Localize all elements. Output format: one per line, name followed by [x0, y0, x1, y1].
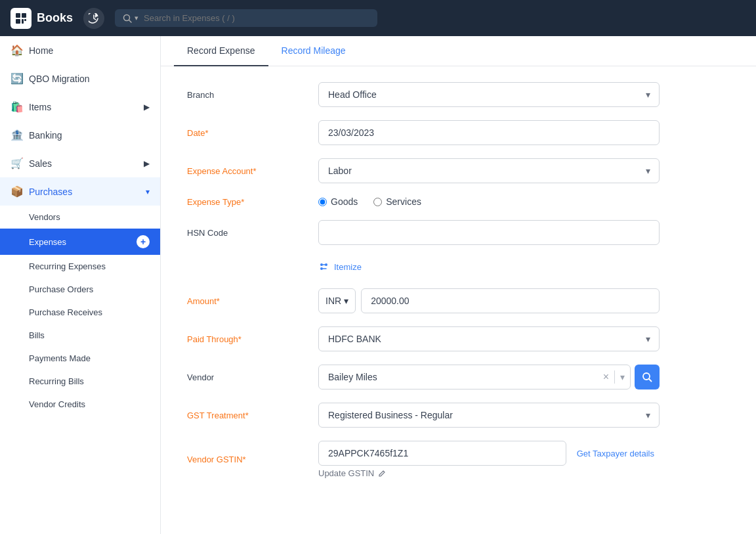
items-icon: 🛍️	[10, 100, 22, 113]
sales-icon: 🛒	[10, 157, 22, 169]
gst-treatment-label: GST Treatment*	[187, 411, 305, 420]
sidebar-sub-item-vendor-credits[interactable]: Vendor Credits	[0, 393, 160, 416]
items-chevron: ▶	[144, 102, 150, 112]
expense-account-row: Expense Account* Labor	[187, 158, 725, 183]
gst-treatment-select[interactable]: Registered Business - Regular	[318, 403, 660, 428]
services-radio-label[interactable]: Services	[373, 196, 421, 207]
svg-rect-3	[22, 19, 24, 24]
date-field[interactable]	[318, 120, 660, 145]
paid-through-select[interactable]: HDFC BANK	[318, 326, 660, 351]
branch-select[interactable]: Head Office	[318, 82, 660, 107]
paid-through-label: Paid Through*	[187, 334, 305, 344]
sidebar-sub-item-recurring-expenses[interactable]: Recurring Expenses	[0, 255, 160, 278]
vendor-label: Vendor	[187, 372, 305, 382]
banking-icon: 🏦	[10, 129, 22, 141]
layout: 🏠 Home 🔄 QBO Migration 🛍️ Items ▶ 🏦 Bank…	[0, 36, 756, 534]
vendor-clear-button[interactable]: ×	[598, 371, 614, 383]
vendor-gstin-field: Get Taxpayer details Update GSTIN	[318, 441, 660, 478]
amount-input[interactable]	[361, 288, 660, 313]
amount-row: Amount* INR ▾	[187, 288, 725, 313]
vendor-search-button[interactable]	[635, 365, 660, 389]
sidebar-item-home[interactable]: 🏠 Home	[0, 36, 160, 64]
branch-row: Branch Head Office	[187, 82, 725, 107]
tab-record-expense[interactable]: Record Expense	[174, 36, 268, 66]
purchases-chevron: ▾	[146, 187, 150, 196]
itemize-row: Itemize	[187, 258, 725, 275]
expense-account-label: Expense Account*	[187, 166, 305, 176]
vendor-field: × ▾	[318, 365, 660, 389]
svg-rect-4	[24, 19, 26, 21]
sidebar-sub-item-recurring-bills[interactable]: Recurring Bills	[0, 370, 160, 393]
sidebar-item-purchases[interactable]: 📦 Purchases ▾	[0, 177, 160, 206]
get-taxpayer-button[interactable]: Get Taxpayer details	[572, 441, 660, 466]
navbar: Books ▾	[0, 0, 756, 36]
vendor-search-icon	[642, 372, 652, 382]
vendor-gstin-row: Vendor GSTIN* Get Taxpayer details Updat…	[187, 441, 725, 478]
sidebar-item-banking[interactable]: 🏦 Banking	[0, 121, 160, 149]
svg-rect-1	[22, 13, 26, 18]
expense-type-row: Expense Type* Goods Services	[187, 196, 725, 207]
date-label: Date*	[187, 128, 305, 138]
purchases-icon: 📦	[10, 185, 22, 198]
search-icon: ▾	[123, 14, 138, 23]
itemize-icon	[318, 261, 330, 273]
gst-treatment-row: GST Treatment* Registered Business - Reg…	[187, 403, 725, 428]
logo-icon	[10, 8, 32, 29]
expense-form: Branch Head Office Date* Expense Account…	[161, 66, 751, 507]
sidebar-item-sales[interactable]: 🛒 Sales ▶	[0, 149, 160, 177]
itemize-field[interactable]: Itemize	[318, 258, 660, 275]
svg-rect-2	[16, 19, 20, 24]
expense-type-field: Goods Services	[318, 196, 660, 207]
goods-radio-label[interactable]: Goods	[318, 196, 358, 207]
goods-radio[interactable]	[318, 198, 327, 206]
paid-through-field[interactable]: HDFC BANK	[318, 326, 660, 351]
hsn-code-row: HSN Code	[187, 220, 725, 245]
sidebar-item-qbo-migration[interactable]: 🔄 QBO Migration	[0, 64, 160, 93]
qbo-icon: 🔄	[10, 72, 22, 85]
history-button[interactable]	[83, 8, 104, 29]
sidebar-sub-item-payments-made[interactable]: Payments Made	[0, 347, 160, 370]
sidebar-sub-item-vendors[interactable]: Vendors	[0, 206, 160, 229]
amount-label: Amount*	[187, 296, 305, 306]
services-radio[interactable]	[373, 198, 382, 206]
vendor-dropdown-button[interactable]: ▾	[615, 372, 630, 382]
hsn-code-input[interactable]	[318, 220, 660, 245]
branch-label: Branch	[187, 90, 305, 100]
tab-record-mileage[interactable]: Record Mileage	[268, 36, 359, 66]
paid-through-row: Paid Through* HDFC BANK	[187, 326, 725, 351]
sidebar-item-items[interactable]: 🛍️ Items ▶	[0, 93, 160, 121]
vendor-gstin-input[interactable]	[318, 441, 566, 466]
sidebar-sub-item-expenses[interactable]: Expenses +	[0, 229, 160, 255]
hsn-code-label: HSN Code	[187, 228, 305, 238]
date-input[interactable]	[318, 120, 660, 145]
amount-field: INR ▾	[318, 288, 660, 313]
branch-field[interactable]: Head Office	[318, 82, 660, 107]
expense-account-select[interactable]: Labor	[318, 158, 660, 183]
gstin-row: Get Taxpayer details	[318, 441, 660, 466]
expense-account-field[interactable]: Labor	[318, 158, 660, 183]
sales-chevron: ▶	[144, 159, 150, 168]
hsn-code-field[interactable]	[318, 220, 660, 245]
add-expense-button[interactable]: +	[136, 235, 150, 248]
vendor-input-wrapper: × ▾	[318, 365, 631, 389]
vendor-input[interactable]	[319, 365, 598, 389]
expense-type-label: Expense Type*	[187, 197, 305, 207]
svg-rect-0	[16, 13, 20, 18]
sidebar: 🏠 Home 🔄 QBO Migration 🛍️ Items ▶ 🏦 Bank…	[0, 36, 161, 534]
itemize-button[interactable]: Itemize	[318, 258, 660, 275]
vendor-row: Vendor × ▾	[187, 365, 725, 389]
sidebar-sub-item-purchase-orders[interactable]: Purchase Orders	[0, 278, 160, 301]
date-row: Date*	[187, 120, 725, 145]
main-content: Record Expense Record Mileage Branch Hea…	[161, 36, 756, 534]
currency-chevron: ▾	[344, 296, 348, 306]
search-bar[interactable]: ▾	[115, 9, 377, 27]
gst-treatment-field[interactable]: Registered Business - Regular	[318, 403, 660, 428]
expense-type-radio-group: Goods Services	[318, 196, 660, 207]
update-gstin-link[interactable]: Update GSTIN	[318, 468, 660, 478]
search-input[interactable]	[144, 13, 369, 23]
vendor-gstin-label: Vendor GSTIN*	[187, 455, 305, 464]
sidebar-sub-item-bills[interactable]: Bills	[0, 324, 160, 347]
currency-select[interactable]: INR ▾	[318, 288, 356, 313]
sidebar-sub-item-purchase-receives[interactable]: Purchase Receives	[0, 301, 160, 324]
edit-icon	[378, 470, 386, 478]
